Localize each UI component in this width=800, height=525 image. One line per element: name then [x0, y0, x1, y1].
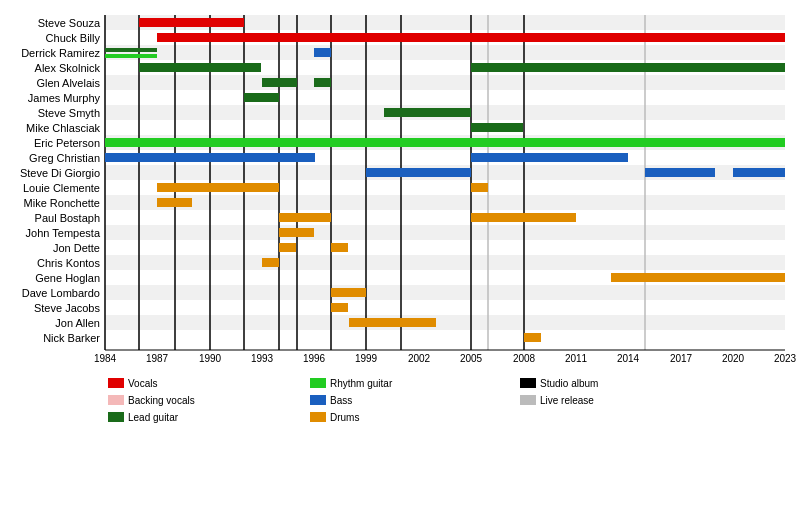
svg-rect-83 [310, 412, 326, 422]
svg-text:2020: 2020 [722, 353, 745, 364]
svg-text:Paul Bostaph: Paul Bostaph [35, 212, 100, 224]
svg-text:Greg Christian: Greg Christian [29, 152, 100, 164]
svg-rect-81 [310, 395, 326, 405]
svg-text:Glen Alvelais: Glen Alvelais [36, 77, 100, 89]
svg-text:Lead guitar: Lead guitar [128, 412, 179, 423]
svg-text:Rhythm guitar: Rhythm guitar [330, 378, 393, 389]
bar-chris-drums [262, 258, 279, 267]
bar-greg-bass2 [471, 153, 628, 162]
svg-text:Bass: Bass [330, 395, 352, 406]
svg-rect-38 [105, 255, 785, 270]
svg-rect-41 [105, 300, 785, 315]
svg-text:1990: 1990 [199, 353, 222, 364]
svg-rect-73 [108, 378, 124, 388]
bar-glen-lead2 [314, 78, 331, 87]
svg-text:1999: 1999 [355, 353, 378, 364]
svg-rect-35 [105, 210, 785, 225]
svg-text:Alex Skolnick: Alex Skolnick [35, 62, 101, 74]
bar-jonallen-drums [349, 318, 436, 327]
svg-rect-37 [105, 240, 785, 255]
svg-text:Chuck Billy: Chuck Billy [46, 32, 101, 44]
bar-stev-bass3 [733, 168, 785, 177]
svg-text:1993: 1993 [251, 353, 274, 364]
svg-rect-79 [310, 378, 326, 388]
bar-eric-rhythm [105, 138, 785, 147]
svg-text:Gene Hoglan: Gene Hoglan [35, 272, 100, 284]
bar-derrick-rhythm [105, 54, 157, 58]
bar-greg-bass1 [105, 153, 315, 162]
svg-text:Chris Kontos: Chris Kontos [37, 257, 100, 269]
svg-rect-75 [108, 395, 124, 405]
svg-text:1984: 1984 [94, 353, 117, 364]
svg-text:2005: 2005 [460, 353, 483, 364]
svg-text:Dave Lombardo: Dave Lombardo [22, 287, 100, 299]
svg-rect-40 [105, 285, 785, 300]
bar-alex-lead1 [139, 63, 261, 72]
svg-rect-24 [105, 45, 785, 60]
svg-text:Jon Dette: Jon Dette [53, 242, 100, 254]
svg-rect-34 [105, 195, 785, 210]
bar-smyth-lead [384, 108, 471, 117]
chart-container: Steve Souza Chuck Billy Derrick Ramirez … [0, 0, 800, 525]
bar-jondet-drums1 [279, 243, 296, 252]
svg-text:Drums: Drums [330, 412, 359, 423]
svg-text:1987: 1987 [146, 353, 169, 364]
x-axis-labels: 1984 1987 1990 1993 1996 1999 2002 2005 … [94, 353, 797, 364]
svg-text:Eric Peterson: Eric Peterson [34, 137, 100, 149]
bar-souza-vocals [139, 18, 244, 27]
svg-text:2017: 2017 [670, 353, 693, 364]
svg-text:Derrick Ramirez: Derrick Ramirez [21, 47, 100, 59]
svg-text:Mike Ronchette: Mike Ronchette [24, 197, 100, 209]
svg-text:2014: 2014 [617, 353, 640, 364]
bar-nick-drums [524, 333, 541, 342]
svg-rect-26 [105, 75, 785, 90]
svg-rect-29 [105, 120, 785, 135]
svg-rect-77 [108, 412, 124, 422]
y-labels: Steve Souza Chuck Billy Derrick Ramirez … [20, 17, 101, 344]
bar-steveJ-drums [331, 303, 348, 312]
bar-louie-drums1 [157, 183, 279, 192]
bar-gene-drums [611, 273, 785, 282]
svg-text:Louie Clemente: Louie Clemente [23, 182, 100, 194]
bar-paul-drums2 [471, 213, 576, 222]
bar-jondet-drums2 [331, 243, 348, 252]
bar-dave-drums [331, 288, 366, 297]
svg-text:2008: 2008 [513, 353, 536, 364]
bar-louie-drums2 [471, 183, 488, 192]
svg-text:Nick Barker: Nick Barker [43, 332, 100, 344]
svg-text:Mike Chlasciak: Mike Chlasciak [26, 122, 100, 134]
bar-derrick-lead [105, 48, 157, 52]
svg-text:Steve Souza: Steve Souza [38, 17, 101, 29]
legend: Vocals Backing vocals Lead guitar Rhythm… [108, 378, 598, 423]
svg-text:John Tempesta: John Tempesta [26, 227, 101, 239]
bar-alex-lead2 [471, 63, 785, 72]
svg-rect-85 [520, 378, 536, 388]
bar-john-drums [279, 228, 314, 237]
svg-text:Jon Allen: Jon Allen [55, 317, 100, 329]
timeline-chart: Steve Souza Chuck Billy Derrick Ramirez … [0, 5, 800, 525]
svg-text:2002: 2002 [408, 353, 431, 364]
bar-mike-lead [471, 123, 523, 132]
svg-rect-42 [105, 315, 785, 330]
bar-paul-drums1 [279, 213, 331, 222]
bar-derrick-bass [314, 48, 331, 57]
svg-rect-43 [105, 330, 785, 345]
bar-chuck-vocals [157, 33, 785, 42]
svg-text:1996: 1996 [303, 353, 326, 364]
svg-rect-36 [105, 225, 785, 240]
bar-glen-lead [262, 78, 297, 87]
svg-text:2011: 2011 [565, 353, 588, 364]
svg-text:Live release: Live release [540, 395, 594, 406]
svg-text:Studio album: Studio album [540, 378, 598, 389]
svg-text:James Murphy: James Murphy [28, 92, 101, 104]
bar-stev-bass1 [366, 168, 471, 177]
svg-text:Vocals: Vocals [128, 378, 157, 389]
svg-rect-27 [105, 90, 785, 105]
svg-text:Backing vocals: Backing vocals [128, 395, 195, 406]
svg-text:Steve Jacobs: Steve Jacobs [34, 302, 101, 314]
svg-rect-87 [520, 395, 536, 405]
svg-text:Steve Di Giorgio: Steve Di Giorgio [20, 167, 100, 179]
bar-james-lead [244, 93, 279, 102]
bar-stev-bass2 [645, 168, 715, 177]
svg-text:2023: 2023 [774, 353, 797, 364]
